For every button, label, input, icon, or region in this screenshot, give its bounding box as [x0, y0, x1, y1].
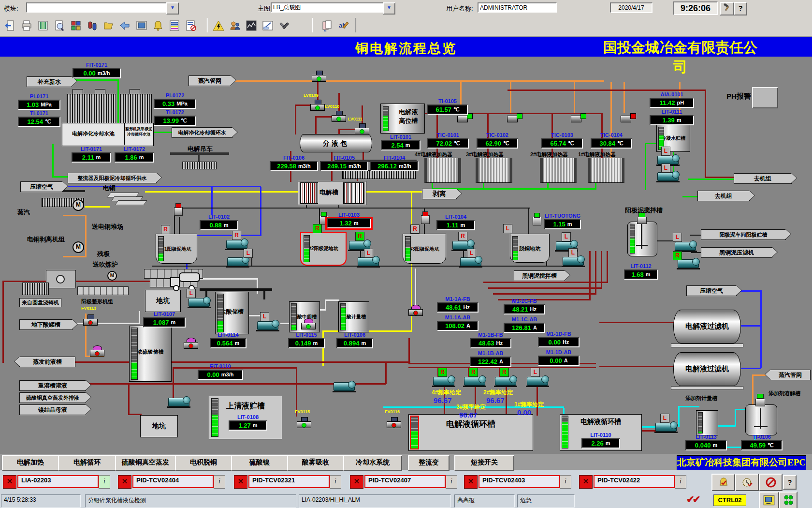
- remote-indicator: R: [500, 368, 509, 377]
- user-input[interactable]: [478, 2, 557, 13]
- meter-pi0171: PI-01711.03MPa: [18, 93, 60, 110]
- alarm-history-icon[interactable]: [735, 474, 759, 491]
- font-edit-icon[interactable]: ab: [336, 17, 351, 34]
- pump-icon[interactable]: [257, 321, 278, 330]
- alarm-cancel-icon[interactable]: ✕: [464, 475, 478, 489]
- pump-icon[interactable]: [675, 242, 696, 251]
- tab-acid-mist[interactable]: 酸雾吸收: [287, 455, 344, 471]
- supernatant-label: 上清液贮槽: [209, 401, 282, 411]
- page-switch-icon[interactable]: [320, 17, 334, 34]
- blocks-icon[interactable]: [69, 17, 83, 34]
- alarm-cancel-icon[interactable]: ✕: [118, 475, 131, 489]
- exit-icon[interactable]: [3, 17, 17, 34]
- pump-icon[interactable]: [563, 257, 584, 266]
- tools-icon[interactable]: [277, 17, 291, 34]
- tab-cooling-water[interactable]: 冷却水系统: [343, 455, 402, 471]
- report-icon[interactable]: [167, 17, 182, 34]
- pump-icon[interactable]: [227, 257, 248, 266]
- crane-hook: [198, 155, 200, 162]
- trend-icon[interactable]: [244, 17, 259, 34]
- print-icon[interactable]: [19, 17, 34, 34]
- pump-icon[interactable]: [464, 377, 485, 386]
- alarm-disable-icon[interactable]: [759, 474, 783, 491]
- pump-icon[interactable]: [188, 298, 210, 307]
- users-icon[interactable]: [228, 17, 242, 34]
- pipe-segment: [528, 209, 529, 235]
- control-valve-icon[interactable]: [184, 338, 198, 348]
- valve-fv0116[interactable]: [387, 417, 401, 428]
- control-valve-icon[interactable]: [90, 345, 104, 356]
- module-dropdown-icon[interactable]: ▼: [166, 2, 179, 15]
- pump-icon[interactable]: [358, 257, 379, 266]
- alarm-tag-field[interactable]: PID-TCV02407: [364, 475, 446, 488]
- alarm-info-button[interactable]: i: [560, 475, 571, 489]
- open-folder-icon[interactable]: [102, 17, 116, 34]
- valve-fv0115[interactable]: [297, 417, 311, 428]
- valve-lv0110[interactable]: [332, 111, 346, 121]
- alarm-help-button[interactable]: ?: [783, 475, 797, 490]
- valve-lv0111[interactable]: [355, 123, 369, 134]
- steam-label: 蒸汽: [17, 208, 30, 217]
- steam-valve-icon[interactable]: [507, 112, 522, 122]
- alarm-cancel-icon[interactable]: ✕: [350, 475, 363, 489]
- report-block-icon[interactable]: [184, 17, 198, 34]
- pump-icon[interactable]: [433, 377, 454, 386]
- pump-icon[interactable]: [678, 259, 699, 268]
- control-valve-icon[interactable]: [301, 318, 316, 329]
- alarm-ack-icon[interactable]: [711, 474, 735, 491]
- network-status-icon[interactable]: [779, 492, 798, 508]
- columns-icon[interactable]: [36, 17, 50, 34]
- back-arrow-icon[interactable]: [118, 17, 132, 34]
- pipe-segment: [645, 143, 657, 144]
- tab-electrowin-decopper[interactable]: 电积脱铜: [175, 455, 232, 471]
- alarm-info-button[interactable]: i: [330, 475, 341, 489]
- meter-fit0106: FIT-0106229.58m3/h: [270, 155, 318, 171]
- steam-valve-icon[interactable]: [621, 112, 636, 122]
- alarm-tag-field[interactable]: PID-TCV02403: [478, 475, 560, 488]
- hammer-icon[interactable]: [720, 2, 734, 15]
- module-input[interactable]: [26, 2, 167, 13]
- tab-cuso4-vacuum-evap[interactable]: 硫酸铜真空蒸发: [115, 455, 176, 471]
- steam-valve-icon[interactable]: [571, 112, 586, 122]
- valve-icon[interactable]: [312, 71, 326, 81]
- control-valve-icon[interactable]: [408, 305, 423, 315]
- alarm-tag-field[interactable]: PID-TCV02422: [594, 475, 675, 488]
- valve-fv0113[interactable]: [83, 314, 98, 325]
- main-view-input[interactable]: [271, 2, 384, 13]
- tab-nickel-sulfate[interactable]: 硫酸镍: [231, 455, 288, 471]
- pump-icon[interactable]: [655, 423, 677, 432]
- preview-icon[interactable]: [52, 17, 67, 34]
- tab-electrolysis-circulation[interactable]: 电解循环: [58, 455, 116, 471]
- pump-icon[interactable]: [168, 398, 189, 406]
- valve-lv0109[interactable]: [310, 100, 325, 110]
- alarm-cancel-icon[interactable]: ✕: [234, 475, 247, 489]
- alarm-tag-field[interactable]: PID-TCV02321: [248, 475, 330, 488]
- alarm-tag-field[interactable]: PID-TCV02404: [132, 475, 214, 488]
- pump-icon[interactable]: [226, 240, 247, 249]
- tab-short-circuit-switch[interactable]: 短接开关: [454, 455, 514, 471]
- filter-base: [671, 344, 743, 347]
- pump-icon[interactable]: [657, 172, 679, 181]
- ack-checks-icon[interactable]: ✔✔: [686, 493, 711, 507]
- workstation-icon[interactable]: [759, 492, 779, 508]
- alarm-tag-field[interactable]: LIA-02203: [17, 475, 99, 488]
- main-view-dropdown-icon[interactable]: ▼: [383, 2, 395, 15]
- alarm-bell-icon[interactable]: [151, 17, 165, 34]
- alarm-info-button[interactable]: i: [675, 475, 686, 489]
- screen-icon[interactable]: [134, 17, 149, 34]
- pump-icon[interactable]: [460, 257, 481, 266]
- alarm-cancel-icon[interactable]: ✕: [3, 475, 16, 489]
- chart-icon[interactable]: [261, 17, 275, 34]
- alarm-data-icon[interactable]: [211, 17, 226, 34]
- pump-icon[interactable]: [334, 382, 355, 391]
- help-button[interactable]: ?: [734, 2, 747, 15]
- alarm-cancel-icon[interactable]: ✕: [579, 475, 593, 489]
- alarm-info-button[interactable]: i: [214, 475, 225, 489]
- alarm-info-button[interactable]: i: [446, 475, 457, 489]
- alarm-info-button[interactable]: i: [99, 475, 110, 489]
- pump-icon[interactable]: [495, 377, 516, 386]
- data-cylinders-icon[interactable]: [85, 17, 100, 34]
- tab-electrolysis-heating[interactable]: 电解加热: [2, 455, 59, 471]
- pump-icon[interactable]: [527, 377, 548, 386]
- tab-rectifier-transformer[interactable]: 整流变: [408, 455, 450, 471]
